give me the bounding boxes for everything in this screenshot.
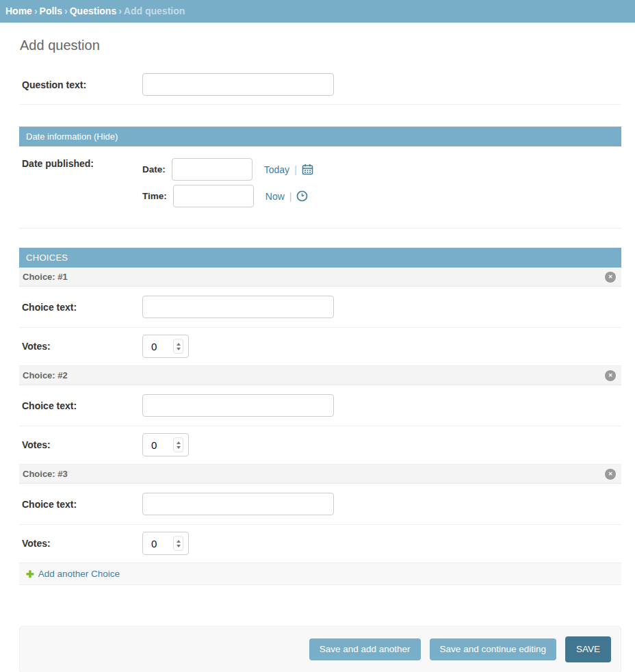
- choice-3-votes-input[interactable]: [143, 538, 164, 550]
- delete-choice-3-icon[interactable]: ✕: [605, 469, 616, 480]
- choice-2-header: Choice: #2 ✕: [19, 366, 621, 385]
- add-another-choice-link[interactable]: Add another Choice: [38, 569, 120, 579]
- choice-text-label: Choice text:: [22, 302, 142, 313]
- number-spinner[interactable]: [173, 536, 183, 551]
- choice-inline-block: Choice: #2 ✕ Choice text: Votes:: [19, 366, 621, 465]
- content-area: Add question Question text: Date informa…: [19, 38, 621, 672]
- spinner-down-icon[interactable]: [177, 348, 181, 350]
- choice-text-label: Choice text:: [22, 499, 142, 510]
- choice-2-title: Choice: #2: [23, 370, 68, 380]
- breadcrumb-separator: ›: [116, 5, 124, 16]
- choice-1-votes-box: [142, 335, 189, 358]
- breadcrumb-separator: ›: [62, 5, 70, 16]
- add-choice-row: ✚ Add another Choice: [19, 563, 621, 585]
- date-information-header: Date information (Hide): [19, 127, 621, 146]
- breadcrumb-home-link[interactable]: Home: [5, 5, 32, 16]
- delete-choice-1-icon[interactable]: ✕: [605, 272, 616, 283]
- choice-3-text-row: Choice text:: [19, 484, 621, 525]
- clock-icon[interactable]: [296, 190, 308, 202]
- choice-3-title: Choice: #3: [23, 469, 68, 479]
- spinner-up-icon[interactable]: [177, 343, 181, 346]
- spinner-up-icon[interactable]: [177, 540, 181, 543]
- choice-1-header: Choice: #1 ✕: [19, 268, 621, 287]
- date-information-title: Date information: [26, 131, 91, 142]
- datetime-widget: Date: Today |: [142, 158, 313, 211]
- choice-2-text-input[interactable]: [142, 394, 334, 417]
- question-text-input[interactable]: [142, 73, 334, 96]
- save-and-add-another-button[interactable]: Save and add another: [309, 638, 421, 660]
- question-module: Question text:: [19, 66, 621, 105]
- question-text-row: Question text:: [19, 66, 621, 105]
- date-label: Date:: [142, 164, 166, 175]
- question-text-label: Question text:: [22, 79, 142, 90]
- time-label: Time:: [142, 191, 167, 201]
- choice-3-votes-row: Votes:: [19, 525, 621, 563]
- date-sub-row: Date: Today |: [142, 158, 313, 181]
- choice-3-header: Choice: #3 ✕: [19, 465, 621, 484]
- spinner-down-icon[interactable]: [177, 446, 181, 449]
- date-information-module: Date information (Hide) Date published: …: [19, 127, 621, 229]
- choices-module: CHOICES Choice: #1 ✕ Choice text: Votes:: [19, 248, 621, 585]
- date-published-label: Date published:: [22, 158, 142, 169]
- time-shortcuts: Now |: [265, 190, 309, 202]
- spinner-up-icon[interactable]: [177, 441, 181, 444]
- choice-3-votes-box: [142, 532, 189, 555]
- votes-label: Votes:: [22, 439, 142, 450]
- date-published-row: Date published: Date: Today |: [19, 146, 621, 229]
- number-spinner[interactable]: [173, 339, 183, 354]
- choice-inline-block: Choice: #3 ✕ Choice text: Votes:: [19, 465, 621, 563]
- save-and-continue-editing-button[interactable]: Save and continue editing: [430, 638, 556, 660]
- shortcut-separator: |: [294, 164, 297, 175]
- choice-1-votes-row: Votes:: [19, 328, 621, 366]
- choice-2-text-row: Choice text:: [19, 385, 621, 426]
- choice-2-votes-row: Votes:: [19, 426, 621, 465]
- shortcut-separator: |: [289, 191, 292, 202]
- spinner-down-icon[interactable]: [177, 545, 181, 547]
- today-link[interactable]: Today: [264, 164, 289, 175]
- choice-3-text-input[interactable]: [142, 493, 334, 515]
- choice-1-votes-input[interactable]: [143, 341, 164, 352]
- time-sub-row: Time: Now |: [142, 185, 313, 207]
- calendar-icon[interactable]: [302, 164, 313, 175]
- delete-choice-2-icon[interactable]: ✕: [605, 370, 616, 381]
- breadcrumb: Home›Polls›Questions›Add question: [0, 0, 635, 23]
- votes-label: Votes:: [22, 341, 142, 352]
- choice-1-text-input[interactable]: [142, 296, 334, 318]
- plus-icon: ✚: [26, 569, 34, 579]
- time-input[interactable]: [173, 185, 254, 207]
- breadcrumb-current: Add question: [124, 5, 185, 16]
- choice-2-votes-box: [142, 433, 189, 456]
- choice-text-label: Choice text:: [22, 400, 142, 411]
- breadcrumb-questions-link[interactable]: Questions: [70, 5, 116, 16]
- number-spinner[interactable]: [173, 437, 183, 452]
- submit-row: Save and add another Save and continue e…: [19, 626, 621, 672]
- breadcrumb-separator: ›: [32, 5, 40, 16]
- date-input[interactable]: [172, 158, 252, 181]
- save-button[interactable]: SAVE: [565, 636, 611, 662]
- breadcrumb-polls-link[interactable]: Polls: [40, 5, 62, 16]
- choice-1-text-row: Choice text:: [19, 287, 621, 328]
- choices-header: CHOICES: [19, 248, 621, 268]
- choice-2-votes-input[interactable]: [143, 439, 164, 451]
- date-shortcuts: Today |: [264, 164, 313, 175]
- page-title: Add question: [20, 38, 621, 53]
- choice-inline-block: Choice: #1 ✕ Choice text: Votes:: [19, 268, 621, 366]
- votes-label: Votes:: [22, 538, 142, 549]
- now-link[interactable]: Now: [265, 191, 285, 202]
- date-information-hide-toggle[interactable]: (Hide): [94, 131, 118, 142]
- choice-1-title: Choice: #1: [23, 272, 68, 282]
